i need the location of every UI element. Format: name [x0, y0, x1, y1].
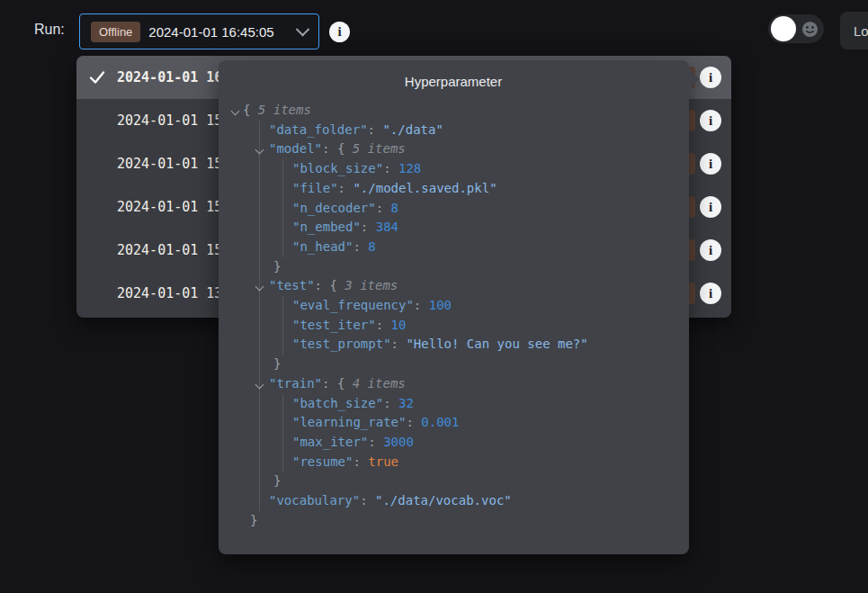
json-colon: : — [322, 376, 337, 391]
json-key: "test_iter" — [292, 318, 376, 332]
log-button[interactable]: Log — [840, 12, 868, 49]
run-option-label: 2024-01-01 15 — [117, 156, 222, 172]
json-brace: { — [243, 103, 258, 117]
json-value: 100 — [429, 298, 452, 312]
json-object-close: } — [232, 511, 675, 531]
json-key: "data_folder" — [269, 122, 368, 137]
json-value: 384 — [376, 220, 398, 234]
json-object-close: } — [260, 472, 675, 491]
theme-toggle[interactable] — [768, 14, 824, 43]
row-info-icon[interactable]: i — [700, 239, 721, 261]
json-value: 3000 — [383, 435, 414, 449]
popover-arrow-icon — [689, 68, 699, 90]
json-value: 10 — [391, 318, 407, 332]
json-key: "resume" — [292, 454, 353, 469]
row-info-icon[interactable]: i — [700, 153, 721, 175]
collapse-chevron-icon[interactable] — [255, 146, 264, 155]
json-value: "./data/vocab.voc" — [375, 493, 512, 508]
json-key: "n_decoder" — [292, 201, 376, 215]
json-colon: : — [361, 220, 376, 234]
collapse-chevron-icon[interactable] — [231, 107, 240, 116]
json-value: 8 — [391, 201, 398, 215]
json-property: "data_folder": "./data" — [260, 121, 675, 140]
json-object-open: { 5 items — [232, 101, 675, 121]
json-value: 0.001 — [421, 415, 459, 429]
json-object-close: } — [260, 257, 675, 277]
json-key: "model" — [269, 141, 322, 156]
hyperparameter-popover: Hyperparameter { 5 items"data_folder": "… — [219, 60, 689, 554]
smiley-icon — [801, 21, 819, 38]
json-property: "file": "./model.saved.pkl" — [283, 179, 675, 199]
collapse-chevron-icon[interactable] — [255, 380, 264, 389]
json-colon: : — [338, 181, 353, 195]
json-item-count: 5 items — [353, 141, 406, 156]
json-property: "max_iter": 3000 — [283, 433, 675, 453]
row-info-icon[interactable]: i — [700, 110, 721, 131]
json-property: "batch_size": 32 — [283, 394, 675, 414]
json-value: 32 — [398, 396, 414, 410]
json-item-count: 3 items — [345, 278, 398, 292]
json-colon: : — [406, 415, 421, 429]
json-key: "block_size" — [292, 161, 383, 175]
json-brace: { — [329, 278, 345, 292]
json-colon: : — [391, 337, 407, 351]
json-brace: } — [250, 513, 257, 527]
json-brace: { — [337, 141, 353, 156]
json-colon: : — [376, 201, 391, 215]
json-colon: : — [376, 318, 391, 332]
json-key: "batch_size" — [292, 396, 383, 410]
json-object-open: "train": { 4 items — [260, 374, 675, 394]
row-info-icon[interactable]: i — [700, 196, 721, 218]
row-info-icon[interactable]: i — [700, 283, 721, 304]
json-item-count: 4 items — [353, 376, 406, 391]
json-children-group: "data_folder": "./data""model": { 5 item… — [259, 121, 675, 511]
run-option-label: 2024-01-01 15 — [117, 112, 222, 129]
json-key: "max_iter" — [292, 435, 368, 449]
row-info-icon[interactable]: i — [700, 67, 721, 88]
json-value: 8 — [368, 239, 375, 254]
json-key: "learning_rate" — [292, 415, 406, 429]
json-property: "learning_rate": 0.001 — [283, 413, 675, 433]
json-property: "n_embed": 384 — [283, 218, 675, 238]
json-key: "file" — [292, 181, 338, 195]
json-property: "block_size": 128 — [283, 159, 675, 179]
json-object-close: } — [260, 355, 675, 374]
check-icon — [88, 68, 106, 86]
run-option-label: 2024-01-01 15 — [117, 242, 222, 258]
run-select-dropdown[interactable]: Offline 2024-01-01 16:45:05 — [79, 13, 319, 49]
selected-run-value: 2024-01-01 16:45:05 — [148, 24, 273, 40]
json-tree: { 5 items"data_folder": "./data""model":… — [232, 101, 675, 530]
json-property: "n_head": 8 — [283, 238, 675, 257]
json-key: "train" — [269, 376, 322, 391]
collapse-chevron-icon[interactable] — [255, 283, 264, 292]
chevron-down-icon — [296, 22, 310, 36]
json-colon: : — [383, 161, 398, 175]
json-value: true — [368, 454, 398, 469]
json-property: "test_prompt": "Hello! Can you see me?" — [283, 335, 675, 355]
json-property: "test_iter": 10 — [283, 316, 675, 336]
json-colon: : — [368, 435, 383, 449]
json-children-group: "batch_size": 32"learning_rate": 0.001"m… — [282, 394, 675, 472]
json-colon: : — [353, 239, 368, 254]
run-info-icon[interactable]: i — [329, 22, 350, 42]
json-brace: } — [273, 259, 281, 274]
json-colon: : — [322, 141, 337, 156]
popover-title: Hyperparameter — [232, 74, 675, 89]
json-value: 128 — [398, 161, 421, 175]
json-key: "eval_frequency" — [292, 298, 414, 312]
json-colon: : — [353, 454, 368, 469]
json-value: "./model.saved.pkl" — [353, 181, 497, 195]
json-object-open: "model": { 5 items — [260, 139, 675, 159]
json-object-open: "test": { 3 items — [260, 276, 675, 296]
json-value: "./data" — [382, 122, 443, 137]
json-key: "test_prompt" — [292, 337, 391, 351]
json-colon: : — [368, 122, 383, 137]
toggle-knob — [771, 16, 796, 41]
json-children-group: "eval_frequency": 100"test_iter": 10"tes… — [282, 296, 675, 355]
json-colon: : — [383, 396, 398, 410]
json-brace: } — [273, 356, 281, 371]
run-option-label: 2024-01-01 13 — [117, 285, 222, 301]
json-key: "n_embed" — [292, 220, 361, 234]
json-brace: } — [273, 473, 281, 488]
json-property: "eval_frequency": 100 — [283, 296, 675, 316]
